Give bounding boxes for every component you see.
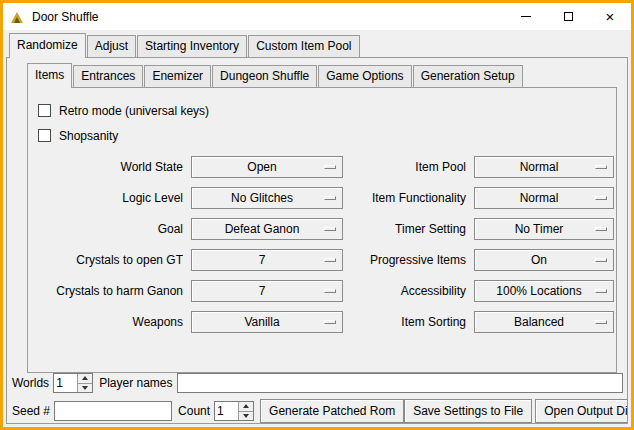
crystals-ganon-dropdown[interactable]: 7: [191, 280, 343, 302]
crystals-gt-value: 7: [259, 253, 276, 267]
dropdown-indicator-icon: [324, 165, 336, 169]
dropdown-indicator-icon: [595, 196, 607, 200]
dropdown-indicator-icon: [595, 320, 607, 324]
item-sorting-value: Balanced: [514, 315, 574, 329]
logic-level-label: Logic Level: [38, 191, 183, 205]
window-controls: ×: [505, 3, 631, 30]
goal-label: Goal: [38, 222, 183, 236]
count-spin-up-button[interactable]: [239, 402, 253, 412]
item-functionality-dropdown[interactable]: Normal: [474, 187, 614, 209]
item-sorting-dropdown[interactable]: Balanced: [474, 311, 614, 333]
worlds-label: Worlds: [12, 376, 49, 390]
dropdown-indicator-icon: [595, 289, 607, 293]
timer-setting-dropdown[interactable]: No Timer: [474, 218, 614, 240]
progressive-items-label: Progressive Items: [351, 253, 466, 267]
item-functionality-value: Normal: [520, 191, 569, 205]
weapons-dropdown[interactable]: Vanilla: [191, 311, 343, 333]
count-spin-buttons: [238, 402, 253, 420]
item-sorting-label: Item Sorting: [351, 315, 466, 329]
progressive-items-dropdown[interactable]: On: [474, 249, 614, 271]
dropdown-indicator-icon: [595, 165, 607, 169]
open-output-button[interactable]: Open Output Directory: [535, 399, 628, 423]
dropdown-indicator-icon: [324, 289, 336, 293]
count-spin-down-button[interactable]: [239, 412, 253, 421]
dropdown-indicator-icon: [324, 227, 336, 231]
titlebar-left: Door Shuffle: [3, 9, 505, 24]
goal-dropdown[interactable]: Defeat Ganon: [191, 218, 343, 240]
timer-setting-value: No Timer: [515, 222, 574, 236]
crystals-gt-dropdown[interactable]: 7: [191, 249, 343, 271]
window: Door Shuffle × Randomize Adjust Starting…: [0, 0, 634, 430]
tab-custom-item-pool[interactable]: Custom Item Pool: [248, 35, 359, 57]
randomize-panel: Items Entrances Enemizer Dungeon Shuffle…: [6, 57, 628, 424]
tab-starting-inventory[interactable]: Starting Inventory: [137, 35, 247, 57]
accessibility-dropdown[interactable]: 100% Locations: [474, 280, 614, 302]
crystals-ganon-label: Crystals to harm Ganon: [38, 284, 183, 298]
progressive-items-value: On: [531, 253, 557, 267]
dropdown-indicator-icon: [324, 258, 336, 262]
dropdown-indicator-icon: [595, 227, 607, 231]
count-input[interactable]: [215, 402, 238, 420]
dropdown-indicator-icon: [324, 196, 336, 200]
options-grid: World State Open Item Pool Normal Logic …: [38, 156, 616, 333]
worlds-spinbox: [53, 373, 93, 393]
tab-items[interactable]: Items: [27, 63, 72, 88]
world-state-dropdown[interactable]: Open: [191, 156, 343, 178]
shopsanity-row: Shopsanity: [38, 123, 616, 148]
world-state-value: Open: [247, 160, 286, 174]
close-button[interactable]: ×: [589, 3, 631, 30]
tab-randomize[interactable]: Randomize: [9, 33, 86, 58]
window-title: Door Shuffle: [32, 10, 99, 24]
retro-mode-row: Retro mode (universal keys): [38, 98, 616, 123]
item-pool-value: Normal: [520, 160, 569, 174]
tab-generation-setup[interactable]: Generation Setup: [413, 65, 523, 87]
seed-row: Seed # Count Generate Patched Rom Save S…: [12, 399, 623, 423]
save-settings-button[interactable]: Save Settings to File: [404, 399, 532, 423]
item-pool-label: Item Pool: [351, 160, 466, 174]
retro-mode-checkbox[interactable]: [38, 104, 51, 117]
worlds-spin-up-button[interactable]: [78, 374, 92, 384]
shopsanity-checkbox[interactable]: [38, 129, 51, 142]
seed-label: Seed #: [12, 404, 50, 418]
shopsanity-label: Shopsanity: [59, 129, 118, 143]
goal-value: Defeat Ganon: [225, 222, 310, 236]
dropdown-indicator-icon: [595, 258, 607, 262]
world-state-label: World State: [38, 160, 183, 174]
weapons-value: Vanilla: [244, 315, 289, 329]
weapons-label: Weapons: [38, 315, 183, 329]
accessibility-label: Accessibility: [351, 284, 466, 298]
maximize-button[interactable]: [547, 3, 589, 30]
worlds-spin-buttons: [77, 374, 92, 392]
seed-input[interactable]: [54, 401, 172, 421]
tab-game-options[interactable]: Game Options: [318, 65, 411, 87]
player-names-input[interactable]: [177, 373, 624, 393]
tab-entrances[interactable]: Entrances: [73, 65, 143, 87]
close-icon: ×: [606, 9, 615, 24]
tab-adjust[interactable]: Adjust: [87, 35, 136, 57]
timer-setting-label: Timer Setting: [351, 222, 466, 236]
crystals-gt-label: Crystals to open GT: [38, 253, 183, 267]
dropdown-indicator-icon: [324, 320, 336, 324]
logic-level-value: No Glitches: [231, 191, 303, 205]
bottom-controls: Worlds Player names Seed #: [7, 373, 627, 424]
inner-tab-bar: Items Entrances Enemizer Dungeon Shuffle…: [27, 63, 627, 87]
crystals-ganon-value: 7: [259, 284, 276, 298]
titlebar: Door Shuffle ×: [3, 3, 631, 30]
tab-dungeon-shuffle[interactable]: Dungeon Shuffle: [212, 65, 317, 87]
items-panel: Retro mode (universal keys) Shopsanity W…: [27, 87, 617, 373]
maximize-icon: [564, 12, 573, 21]
minimize-button[interactable]: [505, 3, 547, 30]
count-label: Count: [178, 404, 210, 418]
accessibility-value: 100% Locations: [496, 284, 591, 298]
item-pool-dropdown[interactable]: Normal: [474, 156, 614, 178]
retro-mode-label: Retro mode (universal keys): [59, 104, 209, 118]
worlds-input[interactable]: [54, 374, 77, 392]
tab-enemizer[interactable]: Enemizer: [144, 65, 211, 87]
count-spinbox: [214, 401, 254, 421]
worlds-row: Worlds Player names: [12, 373, 623, 393]
minimize-icon: [521, 16, 531, 17]
player-names-label: Player names: [99, 376, 172, 390]
worlds-spin-down-button[interactable]: [78, 384, 92, 393]
generate-button[interactable]: Generate Patched Rom: [260, 399, 404, 423]
logic-level-dropdown[interactable]: No Glitches: [191, 187, 343, 209]
